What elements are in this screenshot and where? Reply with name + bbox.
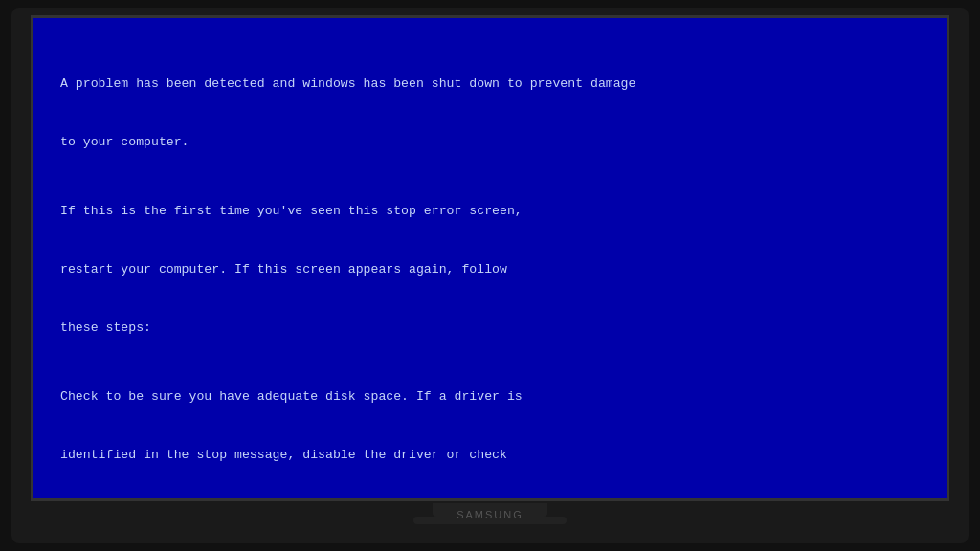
bsod-line8: Check to be sure you have adequate disk … [60,387,920,407]
bsod-line6: these steps: [60,319,920,338]
bsod-line4: If this is the first time you've seen th… [60,202,920,221]
bsod-line9: identified in the stop message, disable … [60,446,920,465]
bsod-content: A problem has been detected and windows … [33,18,947,498]
bsod-line2: to your computer. [60,133,920,152]
bsod-screen: A problem has been detected and windows … [31,15,949,501]
monitor: A problem has been detected and windows … [11,8,969,543]
monitor-brand-label: SAMSUNG [457,509,523,520]
bsod-line5: restart your computer. If this screen ap… [60,260,920,279]
bsod-line1: A problem has been detected and windows … [60,75,920,94]
